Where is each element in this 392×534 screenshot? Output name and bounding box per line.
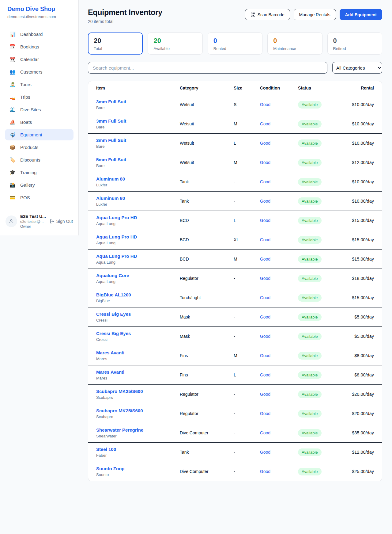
- item-condition-link[interactable]: Good: [260, 218, 270, 223]
- item-brand: Mares: [96, 357, 171, 361]
- item-category: BCD: [175, 230, 229, 250]
- item-rental: $8.00/day: [348, 365, 382, 385]
- item-condition-link[interactable]: Good: [260, 430, 270, 435]
- table-row: Aqua Lung Pro HD Aqua Lung BCD XL Good A…: [88, 230, 382, 250]
- status-badge: Available: [298, 429, 322, 437]
- sidebar-item-tours[interactable]: 🏝️ Tours: [5, 79, 74, 90]
- sidebar-user-section: E2E Test U... e2e-tester@... Owner Sign …: [0, 209, 78, 235]
- table-row: Cressi Big Eyes Cressi Mask - Good Avail…: [88, 327, 382, 346]
- item-name-link[interactable]: Aqua Lung Pro HD: [96, 215, 171, 220]
- table-row: Cressi Big Eyes Cressi Mask - Good Avail…: [88, 307, 382, 327]
- stat-maintenance-label: Maintenance: [273, 46, 316, 51]
- item-brand: Bare: [96, 105, 171, 110]
- sidebar-item-boats[interactable]: ⛵ Boats: [5, 116, 74, 128]
- item-name-link[interactable]: Aqua Lung Pro HD: [96, 254, 171, 259]
- item-condition-link[interactable]: Good: [260, 392, 270, 397]
- item-condition-link[interactable]: Good: [260, 179, 270, 184]
- status-badge: Available: [298, 236, 322, 244]
- item-size: M: [229, 250, 256, 269]
- status-badge: Available: [298, 391, 322, 398]
- category-select[interactable]: All Categories: [332, 62, 382, 74]
- sidebar-item-dive-sites[interactable]: 🌊 Dive Sites: [5, 104, 74, 115]
- add-equipment-button[interactable]: Add Equipment: [340, 9, 382, 20]
- item-name-link[interactable]: Mares Avanti: [96, 350, 171, 355]
- item-name-link[interactable]: BigBlue AL1200: [96, 292, 171, 297]
- item-condition-link[interactable]: Good: [260, 353, 270, 358]
- item-category: Tank: [175, 443, 229, 462]
- item-name-link[interactable]: Aqua Lung Pro HD: [96, 234, 171, 239]
- item-condition-link[interactable]: Good: [260, 141, 270, 146]
- avatar: [6, 216, 17, 227]
- item-name-link[interactable]: 5mm Full Suit: [96, 157, 171, 162]
- brand-domain: demo.test.divestreams.com: [7, 14, 71, 19]
- item-condition-link[interactable]: Good: [260, 334, 270, 339]
- user-icon: [9, 219, 14, 224]
- item-condition-link[interactable]: Good: [260, 102, 270, 107]
- item-condition-link[interactable]: Good: [260, 257, 270, 261]
- stat-card-total[interactable]: 20 Total: [88, 32, 143, 55]
- stat-card-maintenance[interactable]: 0 Maintenance: [267, 32, 322, 55]
- sidebar-item-label: Calendar: [20, 57, 39, 62]
- sidebar: Demo Dive Shop demo.test.divestreams.com…: [0, 0, 79, 235]
- item-name-link[interactable]: Scubapro MK25/S600: [96, 389, 171, 394]
- status-badge: Available: [298, 410, 322, 418]
- sidebar-item-pos[interactable]: 💳 POS: [5, 192, 74, 203]
- item-name-link[interactable]: Aqualung Core: [96, 273, 171, 278]
- item-name-link[interactable]: Scubapro MK25/S600: [96, 408, 171, 413]
- sidebar-item-products[interactable]: 📦 Products: [5, 142, 74, 153]
- item-name-link[interactable]: 3mm Full Suit: [96, 138, 171, 143]
- page-header: Equipment Inventory 20 items total Scan …: [88, 8, 382, 24]
- item-size: -: [229, 404, 256, 423]
- sidebar-item-customers[interactable]: 👥 Customers: [5, 66, 74, 78]
- nav-icon: 🏷️: [9, 158, 16, 162]
- item-name-link[interactable]: Suunto Zoop: [96, 466, 171, 471]
- item-name-link[interactable]: Cressi Big Eyes: [96, 311, 171, 317]
- stat-card-available[interactable]: 20 Available: [148, 32, 202, 55]
- item-category: Tank: [175, 172, 229, 192]
- sidebar-item-dashboard[interactable]: 📊 Dashboard: [5, 29, 74, 40]
- sidebar-item-training[interactable]: 🎓 Training: [5, 167, 74, 178]
- item-condition-link[interactable]: Good: [260, 199, 270, 204]
- item-condition-link[interactable]: Good: [260, 315, 270, 319]
- scan-barcode-button[interactable]: Scan Barcode: [245, 9, 290, 20]
- item-condition-link[interactable]: Good: [260, 160, 270, 165]
- item-condition-link[interactable]: Good: [260, 469, 270, 474]
- table-row: Suunto Zoop Suunto Dive Computer - Good …: [88, 462, 382, 481]
- manage-rentals-button[interactable]: Manage Rentals: [294, 9, 336, 20]
- sidebar-item-trips[interactable]: 🚤 Trips: [5, 91, 74, 103]
- add-equipment-label: Add Equipment: [345, 12, 377, 17]
- sidebar-item-calendar[interactable]: 📆 Calendar: [5, 54, 74, 65]
- item-condition-link[interactable]: Good: [260, 276, 270, 281]
- sidebar-item-label: Tours: [20, 82, 32, 87]
- item-condition-link[interactable]: Good: [260, 372, 270, 377]
- item-name-link[interactable]: Steel 100: [96, 447, 171, 452]
- search-input[interactable]: [88, 62, 327, 74]
- sign-out-button[interactable]: Sign Out: [50, 219, 73, 224]
- item-name-link[interactable]: 3mm Full Suit: [96, 118, 171, 124]
- item-size: M: [229, 114, 256, 134]
- stat-card-retired[interactable]: 0 Retired: [327, 32, 382, 55]
- item-name-link[interactable]: 3mm Full Suit: [96, 99, 171, 104]
- sidebar-item-label: Equipment: [20, 132, 42, 137]
- stat-card-rented[interactable]: 0 Rented: [208, 32, 262, 55]
- item-size: -: [229, 288, 256, 307]
- sidebar-item-equipment[interactable]: 🤿 Equipment: [5, 129, 74, 140]
- item-name-link[interactable]: Mares Avanti: [96, 369, 171, 375]
- sidebar-item-gallery[interactable]: 📸 Gallery: [5, 179, 74, 191]
- item-condition-link[interactable]: Good: [260, 295, 270, 300]
- item-name-link[interactable]: Cressi Big Eyes: [96, 331, 171, 336]
- table-row: Aqualung Core Aqua Lung Regulator - Good…: [88, 269, 382, 288]
- item-condition-link[interactable]: Good: [260, 450, 270, 455]
- sidebar-item-discounts[interactable]: 🏷️ Discounts: [5, 154, 74, 166]
- item-condition-link[interactable]: Good: [260, 121, 270, 126]
- item-name-link[interactable]: Aluminum 80: [96, 176, 171, 181]
- item-category: Fins: [175, 346, 229, 365]
- item-name-link[interactable]: Shearwater Peregrine: [96, 427, 171, 433]
- item-size: XL: [229, 230, 256, 250]
- sidebar-item-bookings[interactable]: 📅 Bookings: [5, 41, 74, 52]
- item-name-link[interactable]: Aluminum 80: [96, 196, 171, 201]
- item-condition-link[interactable]: Good: [260, 411, 270, 416]
- item-size: -: [229, 192, 256, 211]
- nav-icon: 🚤: [9, 95, 16, 100]
- item-condition-link[interactable]: Good: [260, 237, 270, 242]
